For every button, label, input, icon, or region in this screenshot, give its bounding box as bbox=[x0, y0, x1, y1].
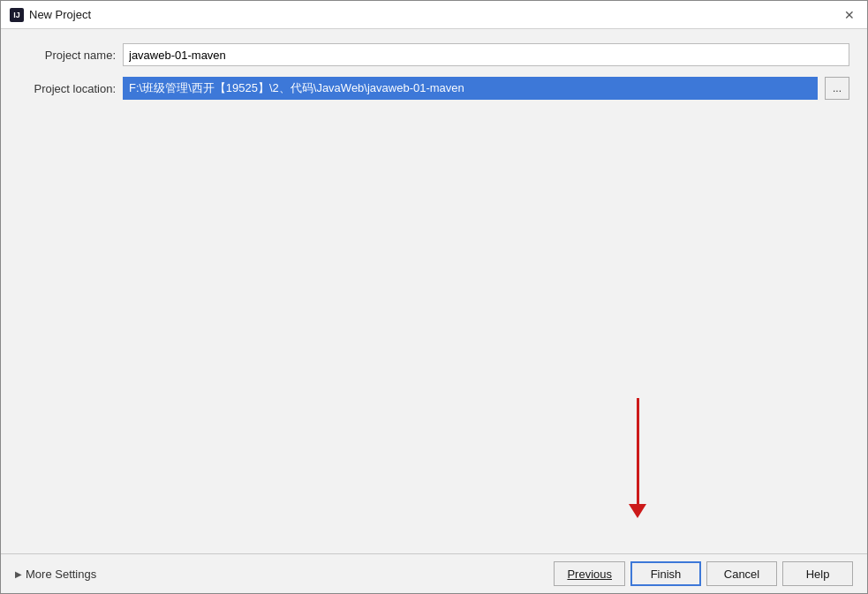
browse-button[interactable]: ... bbox=[825, 77, 849, 100]
dialog-title: New Project bbox=[29, 8, 91, 21]
title-bar: IJ New Project ✕ bbox=[1, 1, 867, 29]
arrow-head bbox=[629, 504, 646, 518]
more-settings-label: More Settings bbox=[26, 568, 96, 581]
app-icon: IJ bbox=[10, 8, 24, 22]
content-area bbox=[19, 110, 849, 545]
help-button[interactable]: Help bbox=[782, 561, 853, 586]
project-location-input[interactable] bbox=[123, 77, 818, 100]
close-button[interactable]: ✕ bbox=[841, 6, 858, 24]
dialog-body: Project name: Project location: ... bbox=[1, 29, 867, 553]
cancel-button[interactable]: Cancel bbox=[706, 561, 777, 586]
more-settings-arrow-icon: ▶ bbox=[15, 569, 22, 579]
title-bar-left: IJ New Project bbox=[10, 8, 91, 22]
arrow-line bbox=[637, 398, 639, 504]
project-location-label: Project location: bbox=[19, 82, 116, 95]
project-name-row: Project name: bbox=[19, 43, 849, 66]
previous-button[interactable]: Previous bbox=[554, 561, 625, 586]
more-settings-toggle[interactable]: ▶ More Settings bbox=[15, 568, 96, 581]
project-location-row: Project location: ... bbox=[19, 77, 849, 100]
project-name-input[interactable] bbox=[123, 43, 849, 66]
finish-button[interactable]: Finish bbox=[630, 561, 701, 586]
new-project-dialog: IJ New Project ✕ Project name: Project l… bbox=[0, 0, 868, 594]
footer-buttons: Previous Finish Cancel Help bbox=[554, 561, 853, 586]
project-name-label: Project name: bbox=[19, 49, 116, 62]
red-arrow-indicator bbox=[629, 398, 646, 518]
dialog-footer: ▶ More Settings Previous Finish Cancel H… bbox=[1, 553, 867, 593]
